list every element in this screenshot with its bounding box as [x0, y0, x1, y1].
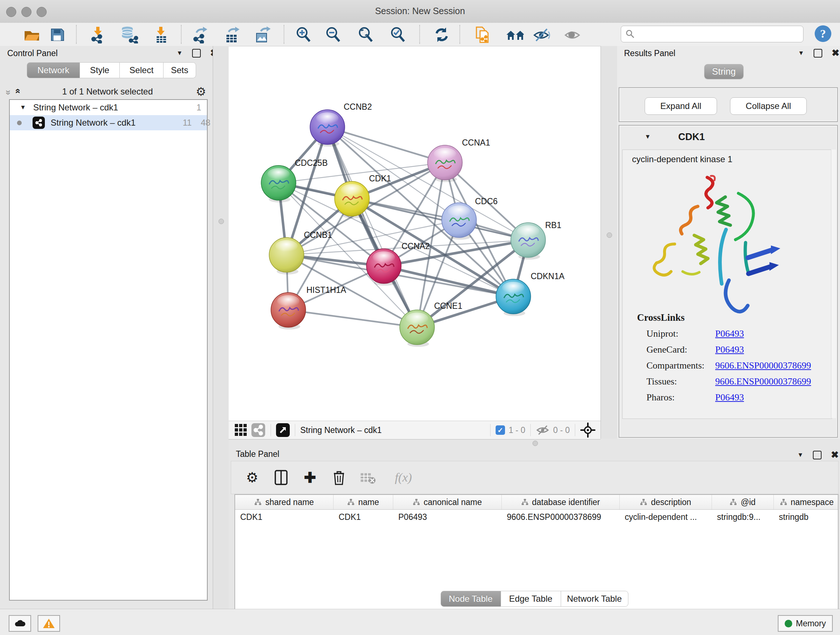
- clone-network-button[interactable]: [473, 26, 491, 44]
- column-header-database-identifier[interactable]: database identifier: [502, 495, 620, 509]
- export-network-icon: [191, 26, 209, 43]
- crosshair-icon[interactable]: [580, 423, 595, 438]
- svg-text:RB1: RB1: [545, 220, 561, 230]
- show-all-networks-button[interactable]: [506, 26, 524, 44]
- zoom-selected-button[interactable]: [389, 26, 407, 44]
- search-input[interactable]: [638, 27, 803, 41]
- crosslink-row: GeneCard:P06493: [637, 344, 811, 355]
- share-view-button[interactable]: [251, 422, 265, 438]
- tab-network-table[interactable]: Network Table: [561, 591, 628, 607]
- selected-checkbox-icon[interactable]: ✓: [496, 425, 505, 435]
- panel-float-icon[interactable]: [813, 49, 822, 57]
- column-header-name[interactable]: name: [333, 495, 393, 509]
- panel-float-icon[interactable]: [813, 451, 821, 459]
- expand-all-icon[interactable]: »: [11, 90, 23, 93]
- table-cell[interactable]: stringdb: [774, 512, 840, 522]
- share-icon: [251, 423, 265, 437]
- table-toolbar: ⚙ ✚: [231, 461, 838, 494]
- expand-all-button[interactable]: Expand All: [645, 97, 717, 115]
- export-table-icon: [223, 26, 240, 43]
- import-table-button[interactable]: [152, 26, 170, 44]
- column-header-namespace[interactable]: namespace: [774, 495, 840, 509]
- crosslink-link[interactable]: 9606.ENSP00000378699: [715, 376, 811, 387]
- panel-close-icon[interactable]: ✖: [831, 449, 839, 461]
- table-cell[interactable]: P06493: [393, 512, 502, 522]
- show-columns-button[interactable]: [273, 470, 289, 486]
- tab-edge-table[interactable]: Edge Table: [501, 591, 561, 607]
- toolbar-separator: [490, 424, 491, 436]
- results-panel-title: Results Panel: [624, 49, 676, 58]
- save-session-button[interactable]: [48, 26, 66, 44]
- delete-column-button[interactable]: [331, 470, 347, 486]
- column-header-canonical-name[interactable]: canonical name: [393, 495, 502, 509]
- network-collection-row[interactable]: ▼ String Network – cdk1 1: [10, 100, 207, 115]
- section-expander-icon[interactable]: ▼: [645, 133, 651, 141]
- table-settings-button[interactable]: ⚙: [244, 470, 260, 486]
- import-network-database-button[interactable]: [120, 26, 138, 44]
- protein-header[interactable]: ▼ CDK1: [619, 126, 837, 148]
- panel-menu-icon[interactable]: ▼: [797, 451, 804, 459]
- results-scrollbar[interactable]: [831, 149, 836, 418]
- column-header-shared-name[interactable]: shared name: [235, 495, 333, 509]
- panel-float-icon[interactable]: [192, 49, 201, 57]
- show-hidden-button[interactable]: [564, 26, 582, 44]
- duplicate-documents-icon: [474, 26, 491, 44]
- search-field[interactable]: [621, 26, 804, 42]
- right-splitter[interactable]: [600, 46, 618, 439]
- column-header--id[interactable]: @id: [712, 495, 774, 509]
- help-button[interactable]: ?: [815, 25, 831, 42]
- network-row[interactable]: String Network – cdk1 11 48: [10, 115, 207, 130]
- open-session-button[interactable]: [23, 26, 41, 44]
- collapse-all-button[interactable]: Collapse All: [730, 97, 807, 115]
- grid-view-button[interactable]: [234, 422, 248, 438]
- panel-menu-icon[interactable]: ▼: [177, 50, 183, 57]
- hide-selected-button[interactable]: [532, 26, 551, 44]
- refresh-layout-button[interactable]: [433, 26, 451, 44]
- column-type-icon: [413, 499, 420, 506]
- warnings-button[interactable]: [38, 615, 60, 632]
- tab-string[interactable]: String: [704, 64, 744, 79]
- add-column-button[interactable]: ✚: [302, 470, 318, 486]
- table-cell[interactable]: stringdb:9...: [712, 512, 774, 522]
- export-network-button[interactable]: [191, 26, 209, 44]
- column-header-description[interactable]: description: [620, 495, 712, 509]
- network-view-title: String Network – cdk1: [300, 425, 382, 435]
- table-cell[interactable]: 9606.ENSP00000378699: [502, 512, 620, 522]
- left-splitter[interactable]: [213, 46, 229, 609]
- cloud-button[interactable]: [9, 615, 31, 632]
- table-row[interactable]: CDK1CDK1P064939606.ENSP00000378699cyclin…: [235, 510, 838, 524]
- tab-select[interactable]: Select: [120, 62, 164, 78]
- network-graph[interactable]: CCNB2CCNA1CDC25BCDK1CDC6RB1CCNB1CCNA2CDK…: [229, 46, 600, 421]
- crosslink-link[interactable]: 9606.ENSP00000378699: [715, 360, 811, 371]
- tab-network[interactable]: Network: [27, 62, 80, 78]
- tree-expander-icon[interactable]: ▼: [20, 104, 26, 111]
- tab-sets[interactable]: Sets: [164, 62, 196, 78]
- gear-icon[interactable]: ⚙: [196, 86, 206, 97]
- export-image-button[interactable]: [253, 26, 271, 44]
- columns-icon: [275, 470, 287, 485]
- zoom-out-button[interactable]: [324, 26, 342, 44]
- panel-menu-icon[interactable]: ▼: [798, 50, 804, 57]
- zoom-fit-button[interactable]: [357, 26, 375, 44]
- tab-node-table[interactable]: Node Table: [441, 591, 501, 607]
- crosslink-link[interactable]: P06493: [715, 344, 744, 355]
- network-node-HIST1H1A: HIST1H1A: [271, 285, 347, 329]
- crosslink-link[interactable]: P06493: [715, 328, 744, 339]
- birds-eye-toggle[interactable]: [276, 423, 290, 437]
- memory-button[interactable]: Memory: [778, 615, 833, 632]
- horizontal-splitter[interactable]: [229, 439, 840, 448]
- import-network-file-button[interactable]: [89, 26, 107, 44]
- table-cell[interactable]: cyclin-dependent ...: [620, 512, 712, 522]
- svg-text:CDC6: CDC6: [475, 196, 498, 206]
- panel-close-icon[interactable]: ✖: [832, 48, 840, 59]
- arrow-up-right-icon: [279, 426, 287, 434]
- export-table-button[interactable]: [223, 26, 240, 44]
- zoom-in-button[interactable]: [294, 26, 313, 44]
- network-selection-bar: » » 1 of 1 Network selected ⚙: [6, 84, 206, 99]
- network-canvas[interactable]: CCNB2CCNA1CDC25BCDK1CDC6RB1CCNB1CCNA2CDK…: [229, 46, 600, 421]
- table-cell[interactable]: CDK1: [333, 512, 393, 522]
- table-cell[interactable]: CDK1: [235, 512, 333, 522]
- tab-style[interactable]: Style: [80, 62, 120, 78]
- crosslink-link[interactable]: P06493: [715, 392, 744, 403]
- function-builder-button-disabled: f(x): [389, 470, 418, 486]
